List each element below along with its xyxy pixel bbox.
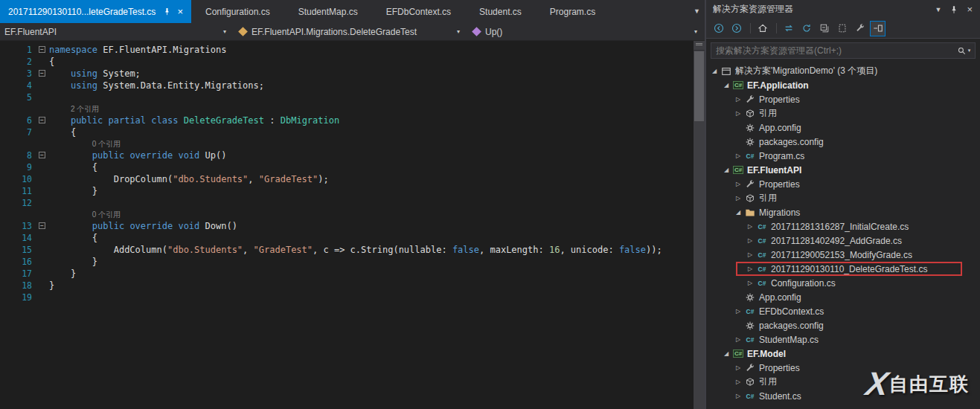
document-tab[interactable]: Program.cs: [542, 0, 603, 23]
code-line[interactable]: 15 AddColumn("dbo.Students", "GradeTest"…: [0, 244, 705, 256]
fold-collapse-icon[interactable]: −: [39, 117, 45, 123]
expand-icon[interactable]: ▷: [733, 96, 743, 103]
document-tab[interactable]: 201711290130110...leteGradeTest.cs×: [0, 0, 191, 23]
code-editor[interactable]: 1−namespace EF.FluentAPI.Migrations2{3− …: [0, 41, 705, 409]
code-line[interactable]: 13− public override void Down(): [0, 220, 705, 232]
pin-icon[interactable]: [156, 7, 171, 16]
expand-icon[interactable]: ▷: [733, 195, 743, 202]
editor-vertical-scrollbar[interactable]: [694, 41, 705, 409]
fold-collapse-icon[interactable]: −: [39, 152, 45, 158]
panel-title-bar[interactable]: 解决方案资源管理器 ▼ ×: [706, 0, 980, 19]
expand-icon[interactable]: ▷: [733, 393, 743, 399]
tree-item[interactable]: ▷C#Student.cs: [706, 389, 980, 403]
code-line[interactable]: 12: [0, 197, 705, 209]
tree-item[interactable]: ▷C#EFDbContext.cs: [706, 304, 980, 318]
search-input[interactable]: [711, 45, 952, 56]
expand-icon[interactable]: ▷: [745, 265, 755, 272]
code-line[interactable]: 6− public partial class DeleteGradeTest …: [0, 115, 705, 126]
code-line[interactable]: 8− public override void Up(): [0, 149, 705, 161]
tree-item[interactable]: ▷引用: [706, 106, 980, 120]
tree-item[interactable]: ◢C#EF.Model: [706, 347, 980, 361]
tree-item[interactable]: ▷C#Configuration.cs: [706, 276, 980, 290]
tree-item[interactable]: ◢解决方案'MigrationDemo' (3 个项目): [706, 64, 980, 78]
tree-item[interactable]: ◢C#EF.FluentAPI: [706, 163, 980, 177]
code-line[interactable]: 10 DropColumn("dbo.Students", "GradeTest…: [0, 173, 705, 185]
expand-icon[interactable]: ▷: [745, 251, 755, 258]
expand-icon[interactable]: ▷: [745, 237, 755, 244]
tree-item[interactable]: ▷C#201711290130110_DeleteGradeTest.cs: [706, 262, 980, 276]
expand-icon[interactable]: ▷: [733, 308, 743, 315]
collapse-icon[interactable]: ◢: [721, 167, 731, 173]
collapse-icon[interactable]: ◢: [733, 209, 743, 216]
tree-item[interactable]: ▷C#201711281316287_InitialCreate.cs: [706, 219, 980, 234]
close-icon[interactable]: ×: [967, 4, 973, 15]
expand-icon[interactable]: ▷: [733, 110, 743, 117]
code-line[interactable]: 5: [0, 91, 705, 103]
code-line[interactable]: 11 }: [0, 185, 705, 197]
tree-item[interactable]: ▷Properties: [706, 92, 980, 106]
tree-item[interactable]: ◢C#EF.Application: [706, 78, 980, 92]
codelens-row[interactable]: 2 个引用: [0, 103, 705, 115]
document-tab[interactable]: StudentMap.cs: [290, 0, 366, 23]
home-button[interactable]: [755, 21, 770, 36]
collapse-icon[interactable]: ◢: [721, 82, 731, 88]
collapse-icon[interactable]: ◢: [709, 68, 720, 74]
preview-selected-items-button[interactable]: [870, 21, 885, 36]
tree-item[interactable]: App.config: [706, 120, 980, 135]
tree-item[interactable]: ▷引用: [706, 375, 980, 389]
type-dropdown[interactable]: EF.FluentAPI.Migrations.DeleteGradeTest …: [234, 23, 467, 40]
code-line[interactable]: 19: [0, 292, 705, 303]
expand-icon[interactable]: ▷: [745, 280, 755, 286]
expand-icon[interactable]: ▷: [733, 181, 743, 187]
code-line[interactable]: 2{: [0, 56, 705, 68]
code-line[interactable]: 9 {: [0, 161, 705, 173]
document-tab[interactable]: Student.cs: [471, 0, 530, 23]
code-line[interactable]: 7 {: [0, 126, 705, 138]
tree-item[interactable]: packages.config: [706, 318, 980, 332]
member-dropdown[interactable]: Up() ▾: [467, 23, 705, 40]
expand-icon[interactable]: ▷: [733, 364, 743, 371]
fold-collapse-icon[interactable]: −: [39, 46, 45, 53]
properties-button[interactable]: [852, 21, 868, 36]
navigate-back-button[interactable]: [711, 21, 726, 36]
close-icon[interactable]: ×: [177, 6, 183, 17]
tree-item[interactable]: ▷C#201711281402492_AddGrade.cs: [706, 234, 980, 248]
expand-icon[interactable]: ▷: [745, 223, 755, 230]
project-dropdown[interactable]: EF.FluentAPI ▾: [0, 23, 234, 40]
tree-item[interactable]: App.config: [706, 290, 980, 304]
expand-icon[interactable]: ▷: [733, 336, 743, 343]
document-tab[interactable]: Configuration.cs: [197, 0, 278, 23]
code-line[interactable]: 16 }: [0, 256, 705, 268]
codelens-references-link[interactable]: 2 个引用: [49, 103, 705, 115]
code-line[interactable]: 18}: [0, 280, 705, 292]
scrollbar-thumb[interactable]: [694, 51, 704, 121]
pin-icon[interactable]: [949, 5, 958, 14]
collapse-icon[interactable]: ◢: [721, 350, 731, 357]
codelens-row[interactable]: 0 个引用: [0, 209, 705, 220]
tree-item[interactable]: ▷Properties: [706, 361, 980, 375]
code-line[interactable]: 17 }: [0, 268, 705, 280]
navigate-forward-button[interactable]: [728, 21, 744, 36]
expand-icon[interactable]: ▷: [733, 152, 743, 159]
code-line[interactable]: 1−namespace EF.FluentAPI.Migrations: [0, 44, 705, 56]
tree-item[interactable]: ▷C#StudentMap.cs: [706, 332, 980, 347]
refresh-button[interactable]: [798, 21, 814, 36]
fold-collapse-icon[interactable]: −: [39, 70, 45, 77]
document-tab[interactable]: EFDbContext.cs: [378, 0, 459, 23]
search-button[interactable]: ▾: [952, 46, 975, 56]
expand-icon[interactable]: ▷: [733, 379, 743, 385]
tree-item[interactable]: ▷C#201711290052153_ModifyGrade.cs: [706, 248, 980, 262]
document-list-dropdown-icon[interactable]: ▼: [694, 7, 700, 15]
codelens-references-link[interactable]: 0 个引用: [49, 209, 705, 220]
tree-item[interactable]: ▷引用: [706, 191, 980, 205]
editor-split-handle[interactable]: [694, 43, 705, 51]
tree-item[interactable]: packages.config: [706, 135, 980, 149]
codelens-references-link[interactable]: 0 个引用: [49, 138, 705, 149]
code-line[interactable]: 4 using System.Data.Entity.Migrations;: [0, 80, 705, 91]
sync-with-active-document-button[interactable]: [781, 21, 796, 36]
fold-collapse-icon[interactable]: −: [39, 222, 45, 229]
tree-item[interactable]: ▷Properties: [706, 177, 980, 191]
window-position-icon[interactable]: ▼: [935, 6, 941, 13]
show-all-files-button[interactable]: [834, 21, 850, 36]
tree-item[interactable]: ◢Migrations: [706, 205, 980, 219]
